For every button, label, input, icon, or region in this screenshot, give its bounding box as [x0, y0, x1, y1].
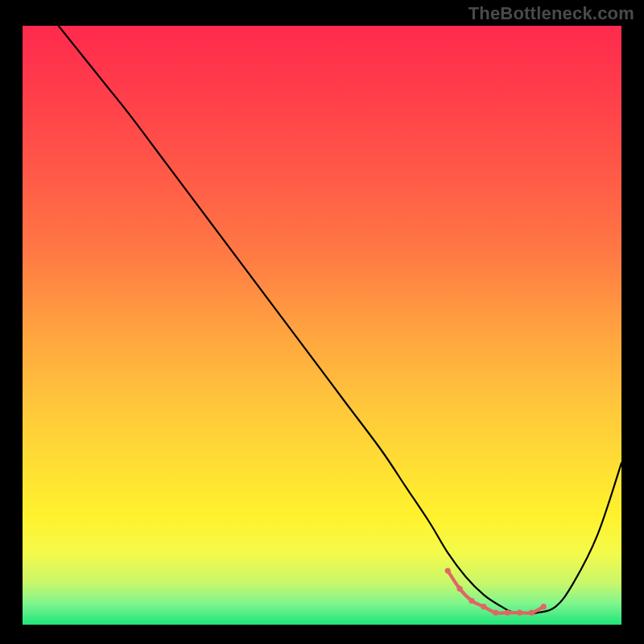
watermark-text: TheBottleneck.com [469, 3, 634, 24]
optimal-marker [469, 598, 474, 604]
gradient-background [23, 26, 621, 625]
optimal-marker [529, 610, 535, 616]
optimal-marker [493, 610, 498, 616]
optimal-marker [517, 610, 522, 616]
optimal-marker [541, 604, 547, 609]
bottleneck-chart [23, 26, 621, 625]
optimal-marker [445, 568, 451, 573]
optimal-marker [505, 610, 510, 616]
optimal-marker [481, 604, 486, 609]
chart-container [23, 26, 621, 625]
optimal-marker [457, 586, 463, 592]
